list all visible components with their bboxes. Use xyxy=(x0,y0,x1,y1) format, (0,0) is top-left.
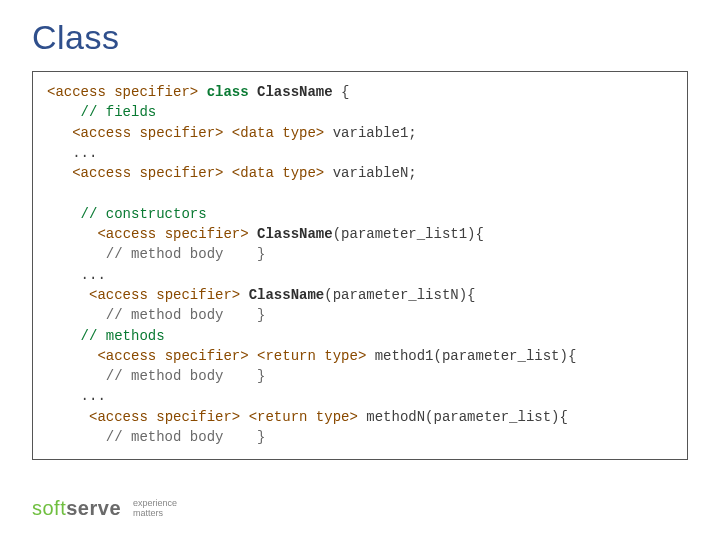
param-list: (parameter_listN){ xyxy=(324,287,475,303)
access-specifier: <access specifier> xyxy=(89,409,240,425)
method-decl: method1(parameter_list){ xyxy=(366,348,576,364)
tagline-line-2: matters xyxy=(133,509,177,518)
access-specifier: <access specifier> xyxy=(72,165,223,181)
constructor-name: ClassName xyxy=(249,287,325,303)
page-title: Class xyxy=(32,18,688,57)
access-specifier: <access specifier> xyxy=(47,84,198,100)
footer-logo: softserve experience matters xyxy=(32,497,177,520)
logo-tagline: experience matters xyxy=(133,499,177,518)
method-body-comment: // method body } xyxy=(106,246,266,262)
logo-serve: serve xyxy=(66,497,121,519)
class-name: ClassName xyxy=(257,84,333,100)
keyword-class: class xyxy=(207,84,249,100)
slide: Class <access specifier> class ClassName… xyxy=(0,0,720,540)
method-body-comment: // method body } xyxy=(106,368,266,384)
logo-soft: soft xyxy=(32,497,66,519)
constructor-name: ClassName xyxy=(257,226,333,242)
ellipsis: ... xyxy=(72,145,97,161)
comment-constructors: // constructors xyxy=(81,206,207,222)
method-decl: methodN(parameter_list){ xyxy=(358,409,568,425)
return-type: <return type> xyxy=(257,348,366,364)
return-type: <return type> xyxy=(249,409,358,425)
open-brace: { xyxy=(333,84,350,100)
variable: variable1; xyxy=(324,125,416,141)
comment-methods: // methods xyxy=(81,328,165,344)
data-type: <data type> xyxy=(232,125,324,141)
access-specifier: <access specifier> xyxy=(72,125,223,141)
method-body-comment: // method body } xyxy=(106,429,266,445)
variable: variableN; xyxy=(324,165,416,181)
data-type: <data type> xyxy=(232,165,324,181)
access-specifier: <access specifier> xyxy=(97,348,248,364)
param-list: (parameter_list1){ xyxy=(333,226,484,242)
ellipsis: ... xyxy=(81,388,106,404)
method-body-comment: // method body } xyxy=(106,307,266,323)
code-block: <access specifier> class ClassName { // … xyxy=(32,71,688,460)
ellipsis: ... xyxy=(81,267,106,283)
access-specifier: <access specifier> xyxy=(97,226,248,242)
logo-text: softserve xyxy=(32,497,121,520)
comment-fields: // fields xyxy=(81,104,157,120)
access-specifier: <access specifier> xyxy=(89,287,240,303)
